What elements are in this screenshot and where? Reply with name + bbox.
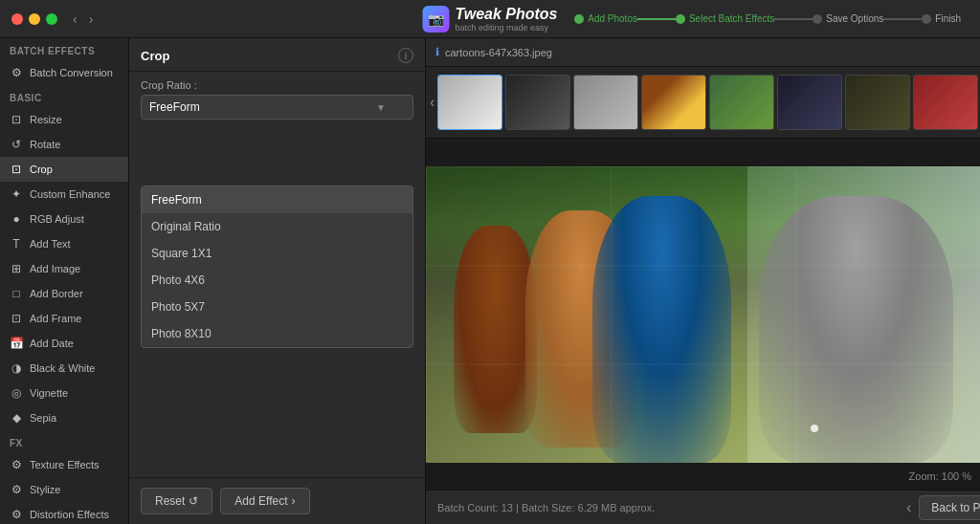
stylize-icon: ⚙ <box>10 483 23 496</box>
sidebar-label-add-date: Add Date <box>30 338 74 349</box>
sidebar-item-vignette[interactable]: ◎ Vignette <box>0 381 128 405</box>
distortion-effects-icon: ⚙ <box>10 508 23 521</box>
crop-panel-title: Crop <box>141 49 169 63</box>
nav-forward-button[interactable]: › <box>85 10 98 29</box>
bottom-bar: Batch Count: 13 | Batch Size: 6.29 MB ap… <box>426 490 980 524</box>
option-photo-8x10[interactable]: Photo 8X10 <box>142 320 412 347</box>
file-info: ℹ cartoons-647x363.jpeg <box>435 46 552 58</box>
sidebar-label-batch-conversion: Batch Conversion <box>30 67 113 78</box>
bottom-right-buttons: ‹ Back to Photos Save Options › <box>906 494 980 521</box>
close-button[interactable] <box>11 13 23 25</box>
sidebar-label-vignette: Vignette <box>30 387 68 399</box>
sidebar-item-add-frame[interactable]: ⊡ Add Frame <box>0 306 128 331</box>
add-image-icon: ⊞ <box>10 262 23 275</box>
add-date-icon: 📅 <box>10 337 23 350</box>
resize-icon: ⊡ <box>10 113 23 126</box>
thumbnail-3[interactable] <box>573 75 638 130</box>
sidebar-label-texture-effects: Texture Effects <box>30 459 100 470</box>
sidebar-label-add-image: Add Image <box>30 263 80 274</box>
step-label-select-effects: Select Batch Effects <box>689 13 774 24</box>
sidebar-item-resize[interactable]: ⊡ Resize <box>0 107 128 132</box>
canvas-batch-container: Zoom: 100 % BATCH STEPS ≡ ⊞ Remove All 🗑 <box>426 139 980 490</box>
left-sidebar: BATCH EFFECTS ⚙ Batch Conversion BASIC ⊡… <box>0 38 129 524</box>
step-dot-finish <box>922 14 931 24</box>
crop-icon: ⊡ <box>10 163 23 176</box>
sidebar-item-black-white[interactable]: ◑ Black & White <box>0 356 128 381</box>
reset-icon: ↺ <box>189 494 198 508</box>
sidebar-item-crop[interactable]: ⊡ Crop <box>0 157 128 182</box>
sidebar-label-crop: Crop <box>30 164 53 175</box>
sidebar-item-distortion-effects[interactable]: ⚙ Distortion Effects <box>0 502 128 524</box>
reset-button[interactable]: Reset ↺ <box>141 488 212 514</box>
zoom-label: Zoom: 100 % <box>909 470 971 482</box>
add-effect-button[interactable]: Add Effect › <box>220 488 309 514</box>
sidebar-item-batch-conversion[interactable]: ⚙ Batch Conversion <box>0 60 128 85</box>
step-label-add-photos: Add Photos <box>588 13 637 24</box>
thumbnail-4[interactable] <box>641 75 706 130</box>
reset-label: Reset <box>155 494 185 508</box>
thumbnail-6[interactable] <box>777 75 842 130</box>
thumbnail-5[interactable] <box>709 75 774 130</box>
sidebar-item-stylize[interactable]: ⚙ Stylize <box>0 477 128 502</box>
step-line-3 <box>883 18 922 20</box>
minimize-button[interactable] <box>29 13 40 25</box>
info-icon[interactable]: i <box>398 48 413 63</box>
crop-ratio-label: Crop Ratio : <box>129 72 425 95</box>
filmstrip: ‹ <box>426 67 980 139</box>
sidebar-item-add-border[interactable]: □ Add Border <box>0 281 128 306</box>
crop-panel: Crop i Crop Ratio : FreeForm ▼ FreeForm … <box>129 38 426 524</box>
option-photo-5x7[interactable]: Photo 5X7 <box>142 294 412 320</box>
section-basic-title: BASIC <box>0 85 128 107</box>
thumbnail-8[interactable] <box>913 75 978 130</box>
step-select-effects[interactable]: Select Batch Effects <box>676 13 774 24</box>
sidebar-label-rotate: Rotate <box>30 139 60 150</box>
option-freeform[interactable]: FreeForm <box>142 186 412 213</box>
title-bar: ‹ › 📷 Tweak Photos batch editing made ea… <box>0 0 980 38</box>
sidebar-label-resize: Resize <box>30 114 62 125</box>
back-to-photos-label: Back to Photos <box>931 501 980 514</box>
step-line-1 <box>637 18 676 20</box>
back-to-photos-button[interactable]: Back to Photos <box>919 495 980 520</box>
step-line-2 <box>774 18 813 20</box>
thumbnail-7[interactable] <box>845 75 910 130</box>
sidebar-item-sepia[interactable]: ◆ Sepia <box>0 405 128 430</box>
sidebar-item-custom-enhance[interactable]: ✦ Custom Enhance <box>0 182 128 207</box>
crop-ratio-dropdown[interactable]: FreeForm ▼ <box>141 95 413 120</box>
sidebar-label-add-text: Add Text <box>30 238 71 250</box>
option-original-ratio[interactable]: Original Ratio <box>142 213 412 240</box>
option-photo-4x6[interactable]: Photo 4X6 <box>142 267 412 294</box>
crop-grid-overlay <box>426 166 980 463</box>
texture-effects-icon: ⚙ <box>10 458 23 471</box>
bottom-prev-button[interactable]: ‹ <box>906 499 911 516</box>
sidebar-item-add-date[interactable]: 📅 Add Date <box>0 331 128 356</box>
sidebar-item-rotate[interactable]: ↺ Rotate <box>0 132 128 157</box>
sidebar-item-texture-effects[interactable]: ⚙ Texture Effects <box>0 452 128 477</box>
step-save-options[interactable]: Save Options <box>813 13 883 24</box>
camera-icon: 📷 <box>428 11 444 27</box>
step-add-photos[interactable]: Add Photos <box>574 13 637 24</box>
step-label-save-options: Save Options <box>826 13 883 24</box>
sidebar-item-add-image[interactable]: ⊞ Add Image <box>0 256 128 281</box>
sidebar-item-rgb-adjust[interactable]: ● RGB Adjust <box>0 207 128 231</box>
option-square-1x1[interactable]: Square 1X1 <box>142 240 412 267</box>
batch-size: Batch Size: 6.29 MB approx. <box>522 502 655 513</box>
sidebar-label-black-white: Black & White <box>30 362 95 374</box>
sidebar-item-add-text[interactable]: T Add Text <box>0 231 128 256</box>
add-effect-label: Add Effect <box>234 494 287 508</box>
batch-info: Batch Count: 13 | Batch Size: 6.29 MB ap… <box>437 502 655 513</box>
filmstrip-prev-button[interactable]: ‹ <box>430 94 434 111</box>
maximize-button[interactable] <box>46 13 57 25</box>
step-label-finish: Finish <box>935 13 961 24</box>
section-fx-title: FX <box>0 430 128 452</box>
step-finish[interactable]: Finish <box>922 13 961 24</box>
file-name: cartoons-647x363.jpeg <box>445 47 552 58</box>
app-name-container: Tweak Photos batch editing made easy <box>456 6 558 33</box>
thumbnail-1[interactable] <box>437 75 502 130</box>
crop-panel-footer: Reset ↺ Add Effect › <box>129 477 425 524</box>
thumbnail-2[interactable] <box>505 75 570 130</box>
sidebar-label-custom-enhance: Custom Enhance <box>30 188 110 200</box>
dropdown-chevron-icon: ▼ <box>376 102 386 113</box>
nav-arrows: ‹ › <box>69 10 97 29</box>
app-icon: 📷 <box>423 6 450 33</box>
nav-back-button[interactable]: ‹ <box>69 10 81 29</box>
